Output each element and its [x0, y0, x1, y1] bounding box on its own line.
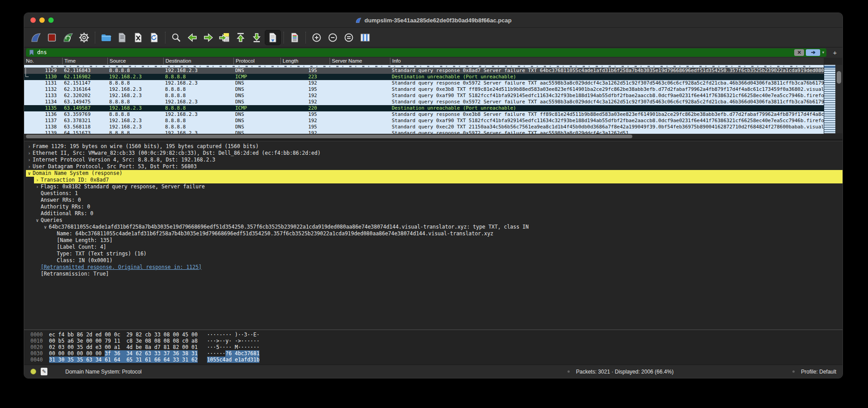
hex-row-0030[interactable]: 0030 00 00 00 00 00 00 3f 36 34 62 63 33… — [30, 350, 843, 357]
detail-line[interactable]: Questions: 1 — [24, 190, 843, 197]
packet-row-1135[interactable]: 113563.149587192.168.2.38.8.8.8ICMP220De… — [24, 105, 824, 111]
column-header-length[interactable]: Length — [280, 58, 330, 64]
column-header-source[interactable]: Source — [107, 58, 163, 64]
column-header-protocol[interactable]: Protocol — [233, 58, 280, 64]
reload-file-button[interactable] — [146, 30, 162, 45]
detail-line[interactable]: [Retransmission: True] — [24, 271, 843, 277]
capture-comment-icon[interactable]: ✎ — [41, 368, 47, 375]
open-file-folder-button[interactable] — [98, 30, 114, 45]
minimap-view-indicator — [824, 66, 835, 68]
vertical-scrollbar[interactable] — [835, 65, 843, 133]
cell-server — [330, 80, 390, 86]
packet-row-1139[interactable]: 113964.1516738.8.8.8192.168.2.3DNS192Sta… — [24, 130, 824, 134]
find-packet-button[interactable] — [168, 30, 184, 45]
auto-scroll-button[interactable] — [265, 30, 281, 45]
minimize-window-button[interactable] — [39, 17, 45, 23]
detail-line[interactable]: ›Transaction ID: 0x8ad7 — [24, 177, 843, 183]
tree-expander-icon[interactable]: ∨ — [34, 217, 41, 224]
filter-apply-button[interactable]: ➔ — [806, 49, 820, 56]
detail-line[interactable]: ∨64bc376811055c4ade1afd31b6f258a7b4b3035… — [24, 224, 843, 230]
cell-info: Standard query 0xaf90 TXT 5182fccf41bfa9… — [390, 93, 824, 99]
detail-line[interactable]: ›Internet Protocol Version 4, Src: 8.8.8… — [24, 157, 843, 163]
tree-expander-icon[interactable]: › — [26, 157, 33, 163]
cell-time: 63.149587 — [62, 105, 107, 111]
detail-link[interactable]: [Retransmitted response. Original respon… — [41, 264, 202, 271]
hex-row-0040[interactable]: 0040 31 30 35 35 63 34 61 64 65 31 61 66… — [30, 357, 843, 363]
filter-bookmark-icon[interactable] — [28, 49, 35, 56]
display-filter-input[interactable]: dns ✕ ➔ ▾ — [26, 48, 826, 57]
save-file-button[interactable] — [114, 30, 130, 45]
packet-row-1138[interactable]: 113863.568118192.168.2.38.8.8.8DNS195Sta… — [24, 124, 824, 130]
packet-row-1129[interactable]: 112962.1168438.8.8.8192.168.2.3DNS195Sta… — [24, 68, 824, 74]
detail-line[interactable]: Additional RRs: 0 — [24, 210, 843, 217]
detail-line[interactable]: Class: IN (0x0001) — [24, 257, 843, 264]
cell-len: 195 — [280, 124, 330, 130]
clipped-packet-row[interactable] — [24, 65, 824, 68]
hex-row-0020[interactable]: 0020 02 03 00 35 dd e3 00 a1 4d be 8a d7… — [30, 344, 843, 350]
detail-line[interactable]: [Retransmitted response. Original respon… — [24, 264, 843, 271]
column-header-info[interactable]: Info — [390, 58, 824, 64]
column-header-server-name[interactable]: Server Name — [330, 58, 390, 64]
filter-add-button[interactable]: + — [830, 48, 840, 56]
detail-line[interactable]: [Name Length: 135] — [24, 237, 843, 244]
close-window-button[interactable] — [30, 17, 36, 23]
detail-line[interactable]: [Label Count: 4] — [24, 244, 843, 251]
packet-row-1136[interactable]: 113663.3597698.8.8.8192.168.2.3DNS195Sta… — [24, 111, 824, 118]
detail-line[interactable]: ∨Domain Name System (response) — [24, 170, 843, 177]
zoom-out-button[interactable] — [325, 30, 341, 45]
packet-row-1132[interactable]: 113262.316164192.168.2.38.8.8.8DNS195Sta… — [24, 86, 824, 93]
zoom-reset-button[interactable] — [341, 30, 357, 45]
hex-row-0000[interactable]: 0000 ec f4 bb 86 2d ed 00 0c 29 82 cb 33… — [30, 332, 843, 338]
stop-capture-button[interactable] — [44, 30, 60, 45]
detail-line[interactable]: Type: TXT (Text strings) (16) — [24, 251, 843, 257]
horizontal-scrollbar-thumb[interactable] — [26, 135, 632, 138]
go-forward-button[interactable] — [200, 30, 216, 45]
maximize-window-button[interactable] — [48, 17, 54, 23]
detail-line[interactable]: Authority RRs: 0 — [24, 204, 843, 210]
cell-len: 220 — [280, 105, 330, 111]
restart-capture-fin-button[interactable] — [60, 30, 76, 45]
detail-line[interactable]: ›Flags: 0x8182 Standard query response, … — [24, 183, 843, 190]
detail-line[interactable]: Answer RRs: 0 — [24, 197, 843, 204]
tree-expander-icon[interactable]: ∨ — [26, 170, 33, 177]
column-header-no[interactable]: No. — [24, 58, 62, 64]
detail-line[interactable]: ›Ethernet II, Src: VMware_82:cb:33 (00:0… — [24, 150, 843, 157]
filter-dropdown-caret[interactable]: ▾ — [822, 50, 824, 55]
vertical-scrollbar-thumb[interactable] — [837, 71, 841, 84]
packet-row-1131[interactable]: 113162.1511478.8.8.8192.168.2.3DNS192Sta… — [24, 80, 824, 86]
tree-expander-icon[interactable]: › — [26, 163, 33, 170]
column-header-destination[interactable]: Destination — [163, 58, 233, 64]
detail-line[interactable]: ∨Queries — [24, 217, 843, 224]
capture-options-gear-button[interactable] — [76, 30, 92, 45]
go-to-packet-button[interactable] — [216, 30, 233, 45]
start-capture-fin-button[interactable] — [28, 30, 44, 45]
go-first-packet-button[interactable] — [233, 30, 249, 45]
colorize-packets-button[interactable] — [287, 30, 303, 45]
horizontal-scrollbar[interactable] — [25, 134, 823, 139]
tree-expander-icon[interactable]: › — [34, 177, 41, 183]
detail-line[interactable]: ›User Datagram Protocol, Src Port: 53, D… — [24, 163, 843, 170]
column-header-time[interactable]: Time — [62, 58, 107, 64]
tree-expander-icon[interactable]: › — [26, 143, 33, 150]
detail-line[interactable]: ›Frame 1129: 195 bytes on wire (1560 bit… — [24, 143, 843, 150]
packet-row-1133[interactable]: 113362.320202192.168.2.38.8.8.8DNS192Sta… — [24, 93, 824, 99]
hex-row-0010[interactable]: 0010 00 b5 a6 3e 00 00 79 11 c8 3e 08 08… — [30, 338, 843, 344]
filter-clear-button[interactable]: ✕ — [794, 49, 804, 56]
status-profile[interactable]: Profile: Default — [801, 369, 836, 375]
tree-expander-icon[interactable]: › — [26, 150, 33, 157]
close-file-button[interactable] — [130, 30, 146, 45]
zoom-in-button[interactable] — [309, 30, 325, 45]
resize-columns-button[interactable] — [357, 30, 373, 45]
tree-expander-icon[interactable]: ∨ — [42, 224, 49, 230]
status-field-text: Domain Name System: Protocol — [65, 369, 142, 375]
packet-row-1137[interactable]: 113763.378321192.168.2.38.8.8.8DNS192Sta… — [24, 118, 824, 124]
detail-line[interactable]: Name: 64bc376811055c4ade1afd31b6f258a7b4… — [24, 230, 843, 237]
packet-row-1134[interactable]: 113463.1494758.8.8.8192.168.2.3DNS192Sta… — [24, 99, 824, 105]
go-back-button[interactable] — [184, 30, 200, 45]
tree-expander-icon[interactable]: › — [34, 183, 41, 190]
intelligent-scrollbar-minimap[interactable] — [824, 65, 835, 133]
filter-text[interactable]: dns — [37, 49, 794, 55]
go-last-packet-button[interactable] — [249, 30, 265, 45]
expert-info-icon[interactable] — [30, 369, 36, 374]
packet-row-1130[interactable]: 113062.116982192.168.2.38.8.8.8ICMP223De… — [24, 74, 824, 80]
